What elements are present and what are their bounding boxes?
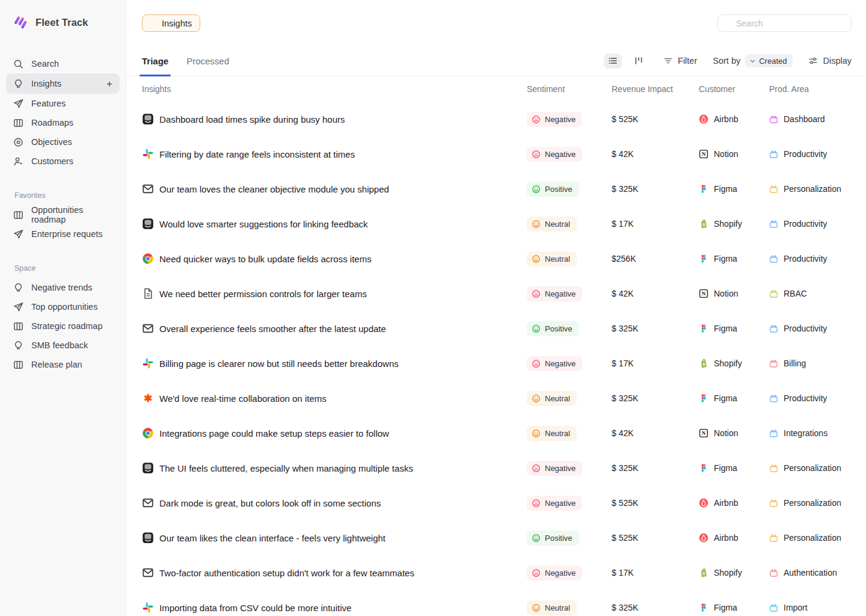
insight-cell: Integrations page could make setup steps…	[142, 427, 527, 439]
insight-cell: Our team likes the clean interface - fee…	[142, 532, 527, 544]
product-area-cell: Personalization	[769, 184, 866, 194]
sentiment-positive-face-icon	[532, 185, 541, 194]
main-content: Insights TriageProcessed Filter Sort by	[126, 0, 866, 616]
product-area-icon	[769, 534, 778, 543]
sentiment-label: Negative	[545, 289, 576, 298]
sort-by-label: Sort by	[713, 56, 740, 66]
table-row[interactable]: We need better permission controls for l…	[126, 276, 866, 311]
sentiment-cell: Negative	[527, 112, 612, 127]
search-input[interactable]	[736, 19, 845, 28]
insight-title: Billing page is clearer now but still ne…	[159, 359, 399, 369]
table-row[interactable]: Our team loves the cleaner objective mod…	[126, 171, 866, 206]
table-row[interactable]: Overall experience feels smoother after …	[126, 311, 866, 346]
mail-icon	[142, 322, 154, 334]
customer-cell: Figma	[699, 324, 769, 333]
insight-title: Would love smarter suggestions for linki…	[159, 219, 368, 229]
sentiment-label: Negative	[545, 359, 576, 368]
customer-cell: Figma	[699, 393, 769, 403]
sidebar-sections: FavoritesOpportunities roadmapEnterprise…	[0, 191, 126, 374]
sentiment-neutral-face-icon	[532, 603, 541, 612]
table-row[interactable]: ✱We'd love real-time collaboration on it…	[126, 381, 866, 416]
svg-text:S: S	[702, 571, 705, 576]
product-area-name: Dashboard	[784, 114, 825, 124]
customer-name: Notion	[714, 428, 738, 438]
list-view-icon	[608, 56, 618, 66]
product-area-cell: Productivity	[769, 219, 866, 229]
add-insight-button[interactable]: +	[106, 79, 112, 89]
sidebar-item-release-plan[interactable]: Release plan	[6, 355, 120, 374]
product-area-cell: Productivity	[769, 324, 866, 333]
tabs-row: TriageProcessed Filter Sort by Created	[126, 46, 866, 76]
customer-name: Figma	[714, 393, 737, 403]
table-row[interactable]: Dark mode is great, but colors look off …	[126, 485, 866, 520]
sidebar-item-label: Release plan	[31, 360, 82, 369]
sentiment-cell: Neutral	[527, 391, 612, 406]
sentiment-neutral-face-icon	[532, 429, 541, 438]
product-area-cell: Billing	[769, 359, 866, 368]
table-row[interactable]: Filtering by date range feels inconsiste…	[126, 137, 866, 171]
insight-cell: Dark mode is great, but colors look off …	[142, 497, 527, 509]
product-area-icon	[769, 499, 778, 508]
table-row[interactable]: The UI feels cluttered, especially when …	[126, 451, 866, 485]
revenue-impact-value: $ 525K	[612, 114, 699, 124]
sentiment-badge: Positive	[527, 531, 579, 546]
insight-title: Importing data from CSV could be more in…	[159, 603, 351, 613]
list-view-toggle[interactable]	[604, 54, 622, 69]
chrome-icon	[142, 427, 154, 439]
sidebar-item-label: Opportunities roadmap	[31, 205, 112, 224]
sidebar-item-smb-feedback[interactable]: SMB feedback	[6, 336, 120, 355]
figma-logo-icon	[699, 393, 708, 403]
sidebar-item-customers[interactable]: Customers	[6, 152, 120, 171]
sidebar-item-search[interactable]: Search	[6, 54, 120, 73]
insight-title: Our team likes the clean interface - fee…	[159, 533, 385, 543]
sidebar-item-strategic-roadmap[interactable]: Strategic roadmap	[6, 316, 120, 336]
sidebar-item-features[interactable]: Features	[6, 94, 120, 113]
board-view-toggle[interactable]	[630, 54, 648, 69]
sentiment-cell: Neutral	[527, 426, 612, 441]
sidebar-item-insights[interactable]: Insights+	[6, 73, 120, 94]
sort-value-chip[interactable]: Created	[745, 54, 793, 67]
tab-triage[interactable]: Triage	[142, 46, 168, 76]
sidebar-item-enterprise-requets[interactable]: Enterprise requets	[6, 224, 120, 244]
insight-cell: Importing data from CSV could be more in…	[142, 602, 527, 614]
table-row[interactable]: Would love smarter suggestions for linki…	[126, 206, 866, 241]
column-header-customer: Customer	[699, 84, 769, 94]
sidebar-item-label: Negative trends	[31, 283, 93, 292]
global-search[interactable]	[717, 14, 852, 32]
section-label: Space	[7, 264, 120, 273]
notion-logo-icon: N	[699, 289, 708, 298]
table-row[interactable]: Integrations page could make setup steps…	[126, 416, 866, 451]
product-area-cell: Authentication	[769, 568, 866, 578]
tab-processed[interactable]: Processed	[186, 46, 229, 76]
sentiment-label: Positive	[545, 534, 573, 543]
sidebar-item-objectives[interactable]: Objectives	[6, 132, 120, 152]
table-row[interactable]: Billing page is clearer now but still ne…	[126, 346, 866, 381]
insight-cell: Two-factor authentication setup didn't w…	[142, 567, 527, 579]
sidebar-item-top-opportunities[interactable]: Top opportunities	[6, 297, 120, 316]
view-controls: Filter Sort by Created Display	[604, 46, 852, 76]
sidebar-item-label: Customers	[31, 156, 73, 166]
table-row[interactable]: Our team likes the clean interface - fee…	[126, 520, 866, 555]
sentiment-label: Neutral	[545, 220, 570, 229]
table-row[interactable]: Dashboard load times spike during busy h…	[126, 102, 866, 137]
lightbulb-icon	[13, 340, 23, 351]
shopify-logo-icon: S	[699, 568, 708, 578]
table-row[interactable]: Two-factor authentication setup didn't w…	[126, 555, 866, 590]
customer-name: Figma	[714, 184, 737, 194]
insight-title: Dashboard load times spike during busy h…	[159, 114, 345, 125]
notion-logo-icon: N	[699, 149, 708, 159]
intercom-icon	[142, 113, 154, 125]
sidebar-item-roadmaps[interactable]: Roadmaps	[6, 113, 120, 132]
sidebar-item-negative-trends[interactable]: Negative trends	[6, 278, 120, 297]
filter-button[interactable]: Filter	[663, 56, 697, 66]
sidebar-item-opportunities-roadmap[interactable]: Opportunities roadmap	[6, 205, 120, 224]
search-icon	[13, 59, 23, 69]
table-row[interactable]: Need quicker ways to bulk update fields …	[126, 241, 866, 276]
sentiment-label: Neutral	[545, 254, 570, 263]
sentiment-negative-face-icon	[532, 499, 541, 508]
insight-title: Integrations page could make setup steps…	[159, 428, 389, 439]
insights-context-badge[interactable]: Insights	[142, 14, 200, 32]
display-button[interactable]: Display	[808, 56, 852, 66]
product-area-name: Billing	[784, 359, 806, 368]
table-row[interactable]: Importing data from CSV could be more in…	[126, 590, 866, 616]
